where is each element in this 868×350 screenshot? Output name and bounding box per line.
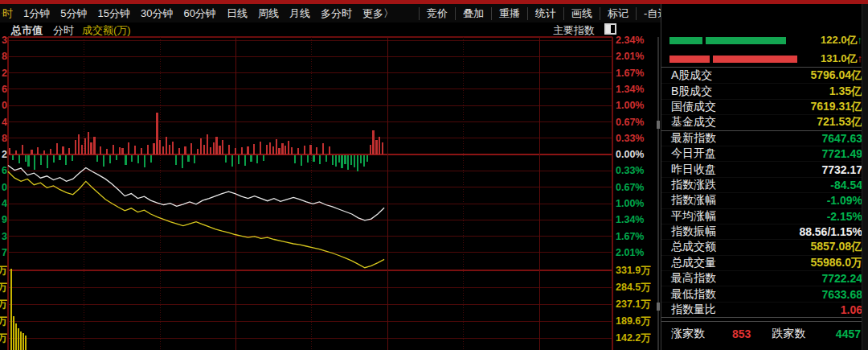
y-axis-left-clipped-label: 万 bbox=[0, 332, 7, 344]
y-axis-left-clipped-label: 万 bbox=[0, 315, 7, 327]
y-axis-left-clipped-label: 3 bbox=[0, 231, 7, 242]
y-axis-left-clipped-label: 2 bbox=[0, 68, 7, 79]
panel-row-label: 最高指数 bbox=[671, 271, 716, 286]
y-axis-left-clipped-label: 8 bbox=[0, 51, 7, 62]
y-axis-left-clipped-label: 0 bbox=[0, 100, 7, 111]
y-axis-pct-label: 1.67% bbox=[616, 68, 644, 79]
panel-divider bbox=[661, 67, 868, 68]
intraday-chart-canvas[interactable] bbox=[0, 0, 661, 350]
y-axis-left-clipped-label: 9 bbox=[0, 214, 7, 225]
panel-row-label: 平均涨幅 bbox=[671, 209, 716, 224]
panel-row-label: 指数涨幅 bbox=[671, 193, 716, 208]
panel-row-label: 最新指数 bbox=[671, 131, 716, 146]
y-axis-left-clipped-label: 6 bbox=[0, 165, 7, 176]
advance-decline-bars: 122.0亿↑ 131.0亿↑ bbox=[661, 27, 868, 67]
down-amount-bar bbox=[669, 56, 797, 63]
panel-row: 总成交量55986.0万 bbox=[661, 256, 868, 271]
panel-rows: A股成交5796.04亿B股成交1.35亿国债成交7619.31亿基金成交721… bbox=[661, 68, 868, 318]
down-amount-value: 131.0亿 bbox=[821, 52, 858, 64]
up-amount-bar bbox=[669, 37, 786, 44]
y-axis-pct-label: 1.67% bbox=[616, 231, 644, 242]
advance-decline-counts: 涨家数 853 跌家数 4457 bbox=[661, 323, 868, 344]
y-axis-left-clipped-label: 4 bbox=[0, 117, 7, 128]
down-bar-segment bbox=[669, 56, 710, 63]
panel-row: 昨日收盘7732.17 bbox=[661, 162, 868, 177]
panel-row-label: 最低指数 bbox=[671, 287, 716, 302]
y-axis-left-clipped-label: 3 bbox=[0, 35, 7, 46]
down-bar-segment bbox=[713, 56, 797, 63]
panel-row-label: 指数量比 bbox=[671, 303, 716, 317]
panel-row-label: 基金成交 bbox=[671, 115, 716, 130]
y-axis-pct-label: 0.00% bbox=[616, 149, 644, 160]
y-axis-volume-label: 189.6万 bbox=[616, 315, 651, 327]
y-axis-pct-label: 0.67% bbox=[616, 182, 644, 193]
panel-row-value: 7721.49 bbox=[821, 147, 862, 160]
y-axis-left-clipped-label: 万 bbox=[0, 299, 7, 310]
y-axis-pct-label: 2.01% bbox=[616, 51, 644, 62]
y-axis-left-clipped-label: 6 bbox=[0, 84, 7, 95]
panel-row-value: 88.56/1.15% bbox=[799, 225, 862, 238]
panel-row-label: 指数振幅 bbox=[671, 224, 716, 239]
y-axis-left-clipped-label: 万 bbox=[0, 282, 7, 293]
panel-row-value: 1.06 bbox=[841, 303, 862, 316]
panel-row-value: 5857.08亿 bbox=[810, 240, 862, 254]
panel-row-label: A股成交 bbox=[671, 68, 712, 83]
panel-scrollbar[interactable] bbox=[862, 4, 868, 350]
y-axis-volume-label: 331.9万 bbox=[616, 265, 651, 276]
y-axis-pct-label: 1.00% bbox=[616, 100, 644, 111]
y-axis-volume-label: 237.1万 bbox=[616, 299, 651, 310]
panel-row: 平均涨幅-2.15% bbox=[661, 209, 868, 224]
panel-row-value: 7647.63 bbox=[821, 132, 862, 145]
panel-row-value: 7722.24 bbox=[821, 272, 862, 285]
panel-divider bbox=[661, 321, 868, 322]
panel-row-value: 7732.17 bbox=[821, 163, 862, 176]
panel-row-value: -1.09% bbox=[827, 194, 862, 207]
y-axis-pct-label: 2.34% bbox=[616, 35, 644, 46]
panel-row-value: 7619.31亿 bbox=[810, 100, 862, 114]
panel-row: A股成交5796.04亿 bbox=[661, 68, 868, 84]
pane-splitter[interactable] bbox=[657, 37, 659, 350]
panel-row: 总成交额5857.08亿 bbox=[661, 240, 868, 255]
panel-row-label: 指数涨跌 bbox=[671, 178, 716, 192]
panel-row-label: 国债成交 bbox=[671, 100, 716, 114]
y-axis-pct-label: 1.34% bbox=[616, 84, 644, 95]
panel-row-value: 55986.0万 bbox=[810, 256, 862, 270]
panel-row-value: 1.35亿 bbox=[829, 84, 862, 99]
down-count-label: 跌家数 bbox=[772, 327, 805, 341]
y-axis-left-clipped-label: 万 bbox=[0, 265, 7, 276]
panel-row-value: 5796.04亿 bbox=[810, 68, 862, 83]
panel-row: 国债成交7619.31亿 bbox=[661, 100, 868, 115]
panel-row: 指数振幅88.56/1.15% bbox=[661, 224, 868, 240]
panel-row: 最高指数7722.24 bbox=[661, 271, 868, 286]
panel-row-label: 今日开盘 bbox=[671, 146, 716, 161]
y-axis-volume-label: 142.2万 bbox=[616, 332, 651, 344]
up-count-label: 涨家数 bbox=[671, 327, 705, 341]
y-axis-pct-label: 1.34% bbox=[616, 214, 644, 225]
up-amount-value: 122.0亿 bbox=[821, 34, 858, 46]
y-axis-pct-label: 0.33% bbox=[616, 133, 644, 144]
panel-row-label: B股成交 bbox=[671, 84, 712, 99]
panel-row-value: -84.54 bbox=[830, 179, 862, 191]
panel-row-value: -2.15% bbox=[827, 210, 862, 223]
panel-row-label: 总成交量 bbox=[671, 256, 716, 270]
y-axis-left-clipped-label: 2 bbox=[0, 149, 7, 160]
y-axis-pct-label: 0.33% bbox=[616, 165, 644, 176]
panel-row: 指数量比1.06 bbox=[661, 303, 868, 318]
trading-terminal-window: 分时1分钟5分钟15分钟30分钟60分钟日线周线月线多分时更多〉 竞价叠加重播统… bbox=[0, 0, 868, 350]
market-data-panel: 122.0亿↑ 131.0亿↑ A股成交5796.04亿B股成交1.35亿国债成… bbox=[661, 4, 868, 350]
up-count-value: 853 bbox=[732, 327, 751, 340]
y-axis-volume-label: 284.5万 bbox=[616, 282, 651, 293]
panel-row-label: 昨日收盘 bbox=[671, 163, 716, 177]
y-axis-pct-label: 2.01% bbox=[616, 247, 644, 258]
panel-row: B股成交1.35亿 bbox=[661, 84, 868, 99]
panel-row-label: 总成交额 bbox=[671, 240, 716, 254]
panel-row: 基金成交721.53亿 bbox=[661, 115, 868, 130]
down-count-value: 4457 bbox=[836, 327, 861, 340]
panel-row: 最新指数7647.63 bbox=[661, 131, 868, 146]
y-axis-left-clipped-label: 0 bbox=[0, 182, 7, 193]
up-bar-segment bbox=[669, 37, 702, 44]
panel-row: 最低指数7633.68 bbox=[661, 286, 868, 302]
panel-row: 指数涨幅-1.09% bbox=[661, 193, 868, 208]
y-axis-left-clipped-label: 7 bbox=[0, 247, 7, 258]
y-axis-pct-label: 1.00% bbox=[616, 198, 644, 209]
